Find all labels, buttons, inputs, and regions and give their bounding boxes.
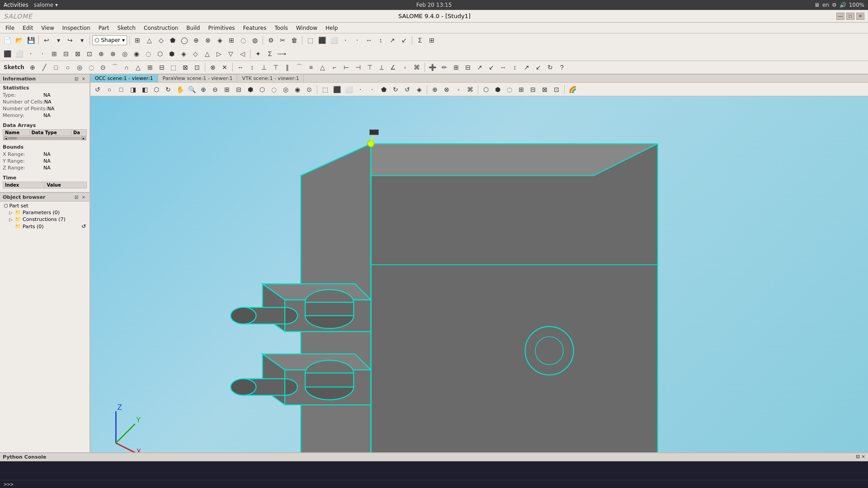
- scroll-right[interactable]: ▸: [81, 136, 86, 140]
- sketch-btn-32[interactable]: ◦: [400, 62, 410, 73]
- tb2-12[interactable]: ◉: [131, 48, 142, 59]
- vt-35[interactable]: ⊞: [516, 84, 527, 95]
- sketch-btn-23[interactable]: ⌒: [294, 62, 305, 73]
- tb-view-8[interactable]: ↗: [387, 35, 398, 46]
- tb2-20[interactable]: ▽: [225, 48, 236, 59]
- sketch-btn-34[interactable]: ➕: [427, 62, 438, 73]
- tab-vtk[interactable]: VTK scene:1 - viewer:1: [237, 75, 304, 82]
- vt-39[interactable]: 🌈: [567, 84, 578, 95]
- menu-help[interactable]: Help: [322, 24, 341, 32]
- tb-view-5[interactable]: ⬞: [352, 35, 363, 46]
- tb-view-3[interactable]: ⬜: [328, 35, 339, 46]
- tb2-7[interactable]: ⊠: [72, 48, 83, 59]
- console-close[interactable]: ✕: [862, 454, 865, 460]
- volume-icon[interactable]: 🔊: [840, 2, 846, 8]
- vt-27[interactable]: ◈: [414, 84, 425, 95]
- sketch-btn-38[interactable]: ↗: [474, 62, 485, 73]
- menu-edit[interactable]: Edit: [19, 24, 37, 32]
- tree-parameters[interactable]: ▷ 📁 Parameters (0): [2, 209, 88, 216]
- menu-file[interactable]: File: [2, 24, 18, 32]
- tab-occ[interactable]: OCC scene:1 - viewer:1: [90, 75, 158, 82]
- tb2-17[interactable]: ◇: [190, 48, 201, 59]
- tb-btn-3[interactable]: ◇: [156, 35, 166, 46]
- tree-constructions[interactable]: ▷ 📁 Constructions (7): [2, 216, 88, 223]
- tb-btn-4[interactable]: ⬟: [167, 35, 178, 46]
- sketch-btn-25[interactable]: △: [317, 62, 328, 73]
- tb-gear[interactable]: ⚙: [265, 35, 276, 46]
- sketch-btn-43[interactable]: ↙: [533, 62, 544, 73]
- tb2-10[interactable]: ⊗: [108, 48, 118, 59]
- python-input-line[interactable]: >>>: [0, 480, 868, 488]
- sketch-btn-35[interactable]: ✏: [439, 62, 450, 73]
- vt-3[interactable]: □: [116, 84, 127, 95]
- sketch-btn-40[interactable]: ↔: [498, 62, 509, 73]
- info-close-icon[interactable]: ✕: [80, 75, 87, 82]
- save-button[interactable]: 💾: [25, 35, 36, 46]
- vt-31[interactable]: ⌘: [465, 84, 476, 95]
- data-arrays-scrollbar[interactable]: ◂ ▸: [3, 136, 87, 141]
- vt-zoom-out[interactable]: ⊖: [210, 84, 221, 95]
- vt-36[interactable]: ⊟: [528, 84, 538, 95]
- sketch-btn-15[interactable]: ⊡: [192, 62, 203, 73]
- sketch-btn-24[interactable]: ≡: [306, 62, 316, 73]
- fit-all-button[interactable]: ⊞: [132, 35, 143, 46]
- vt-29[interactable]: ⊗: [441, 84, 452, 95]
- tb-grid[interactable]: ⊞: [426, 35, 437, 46]
- vt-20[interactable]: ⬛: [331, 84, 342, 95]
- ob-close-icon[interactable]: ✕: [80, 194, 87, 200]
- menu-sketch[interactable]: Sketch: [114, 24, 139, 32]
- vt-24[interactable]: ⬟: [378, 84, 389, 95]
- tb2-24[interactable]: ⟶: [276, 48, 287, 59]
- menu-features[interactable]: Features: [240, 24, 270, 32]
- sketch-btn-37[interactable]: ⊟: [462, 62, 473, 73]
- expand-constructions[interactable]: ▷: [9, 217, 14, 222]
- parts-edit-icon[interactable]: ↺: [81, 223, 86, 230]
- vt-32[interactable]: ⬡: [481, 84, 491, 95]
- tb-view-7[interactable]: ↕: [375, 35, 386, 46]
- sketch-btn-41[interactable]: ↕: [509, 62, 520, 73]
- sketch-btn-14[interactable]: ⊠: [180, 62, 191, 73]
- menu-part[interactable]: Part: [95, 24, 113, 32]
- tb2-15[interactable]: ⬢: [166, 48, 177, 59]
- sketch-btn-6[interactable]: ◌: [86, 62, 97, 73]
- tb2-1[interactable]: ⬛: [2, 48, 13, 59]
- viewer-canvas[interactable]: Z Y X: [90, 96, 868, 452]
- tree-parts[interactable]: 📁 Parts (0) ↺: [2, 223, 88, 230]
- tb-view-2[interactable]: ⬛: [316, 35, 327, 46]
- tb2-13[interactable]: ◌: [143, 48, 154, 59]
- vt-zoom[interactable]: 🔍: [186, 84, 197, 95]
- vt-14[interactable]: ⬡: [257, 84, 268, 95]
- sketch-btn-4[interactable]: ○: [62, 62, 73, 73]
- tb2-19[interactable]: ▷: [213, 48, 224, 59]
- open-button[interactable]: 📂: [14, 35, 24, 46]
- python-input[interactable]: [14, 481, 864, 488]
- keyboard-layout[interactable]: en: [822, 2, 829, 8]
- tb2-11[interactable]: ◎: [119, 48, 130, 59]
- tb2-9[interactable]: ⊕: [96, 48, 107, 59]
- sketch-btn-27[interactable]: ⊢: [341, 62, 352, 73]
- tb2-14[interactable]: ⬡: [155, 48, 165, 59]
- vt-25[interactable]: ↻: [390, 84, 401, 95]
- menu-tools[interactable]: Tools: [271, 24, 292, 32]
- user-menu[interactable]: salome ▾: [34, 2, 58, 8]
- vt-17[interactable]: ◉: [292, 84, 303, 95]
- sketch-btn-28[interactable]: ⊣: [353, 62, 363, 73]
- tb2-18[interactable]: △: [202, 48, 212, 59]
- tb-btn-11[interactable]: ◍: [250, 35, 260, 46]
- vt-16[interactable]: ◎: [280, 84, 291, 95]
- vt-13[interactable]: ⬢: [245, 84, 256, 95]
- tb2-16[interactable]: ◈: [178, 48, 189, 59]
- sketch-btn-33[interactable]: ⌘: [411, 62, 422, 73]
- sketch-btn-5[interactable]: ◎: [74, 62, 85, 73]
- tb-view-4[interactable]: ⬝: [340, 35, 351, 46]
- tb-btn-5[interactable]: ◯: [179, 35, 190, 46]
- sketch-btn-19[interactable]: ↕: [247, 62, 258, 73]
- settings-icon[interactable]: ⚙: [832, 2, 837, 8]
- tb-btn-6[interactable]: ⊕: [191, 35, 202, 46]
- tb2-8[interactable]: ⊡: [84, 48, 95, 59]
- tb-cut[interactable]: ✂: [277, 35, 288, 46]
- menu-inspection[interactable]: Inspection: [59, 24, 94, 32]
- sketch-btn-13[interactable]: ⬚: [168, 62, 179, 73]
- sketch-btn-31[interactable]: ∠: [388, 62, 399, 73]
- vt-15[interactable]: ◌: [269, 84, 279, 95]
